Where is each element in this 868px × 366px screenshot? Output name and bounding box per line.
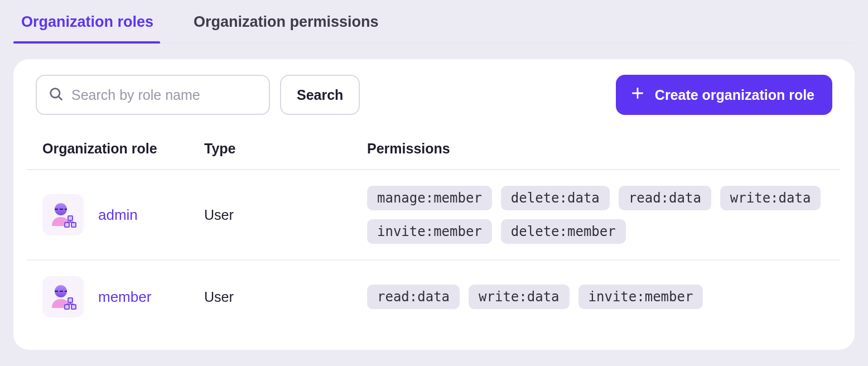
column-header-role: Organization role (27, 128, 189, 170)
role-name-link[interactable]: admin (98, 206, 138, 224)
permission-tag: invite:member (578, 285, 703, 309)
permission-tag: manage:member (367, 186, 492, 210)
table-row: memberUserread:datawrite:datainvite:memb… (27, 260, 840, 333)
permission-tag: invite:member (367, 219, 492, 244)
svg-rect-8 (71, 223, 76, 227)
role-avatar-icon (42, 276, 84, 317)
svg-line-1 (59, 97, 61, 99)
permission-tag: read:data (367, 285, 460, 309)
search-button[interactable]: Search (280, 75, 360, 115)
permission-tag: write:data (469, 285, 570, 309)
column-header-permissions: Permissions (351, 128, 840, 170)
svg-rect-17 (71, 305, 76, 309)
svg-rect-15 (68, 298, 73, 302)
roles-card: Search Create organization role Organiza… (13, 59, 855, 350)
search-icon (48, 86, 64, 104)
svg-rect-16 (65, 305, 69, 309)
role-type: User (204, 289, 234, 305)
permission-tag: delete:data (501, 186, 610, 210)
create-organization-role-button[interactable]: Create organization role (616, 75, 832, 115)
role-name-link[interactable]: member (98, 288, 151, 306)
search-input[interactable] (71, 87, 258, 103)
role-avatar-icon (42, 194, 84, 235)
tab-organization-permissions[interactable]: Organization permissions (194, 0, 379, 43)
plus-icon (630, 86, 645, 104)
permission-tag: delete:member (501, 219, 626, 244)
permissions-cell: read:datawrite:datainvite:member (367, 285, 840, 309)
tab-organization-roles[interactable]: Organization roles (21, 0, 153, 43)
roles-table: Organization role Type Permissions admin… (27, 128, 840, 333)
tabs: Organization roles Organization permissi… (13, 0, 855, 44)
column-header-type: Type (189, 128, 351, 170)
permission-tag: read:data (619, 186, 711, 210)
svg-rect-7 (65, 223, 69, 227)
create-button-label: Create organization role (655, 87, 814, 103)
role-type: User (204, 207, 234, 223)
permissions-cell: manage:memberdelete:dataread:datawrite:d… (367, 186, 840, 244)
svg-rect-6 (68, 216, 73, 220)
table-row: adminUsermanage:memberdelete:dataread:da… (27, 170, 840, 260)
toolbar: Search Create organization role (13, 75, 855, 115)
search-wrap (36, 75, 270, 115)
permission-tag: write:data (720, 186, 821, 210)
